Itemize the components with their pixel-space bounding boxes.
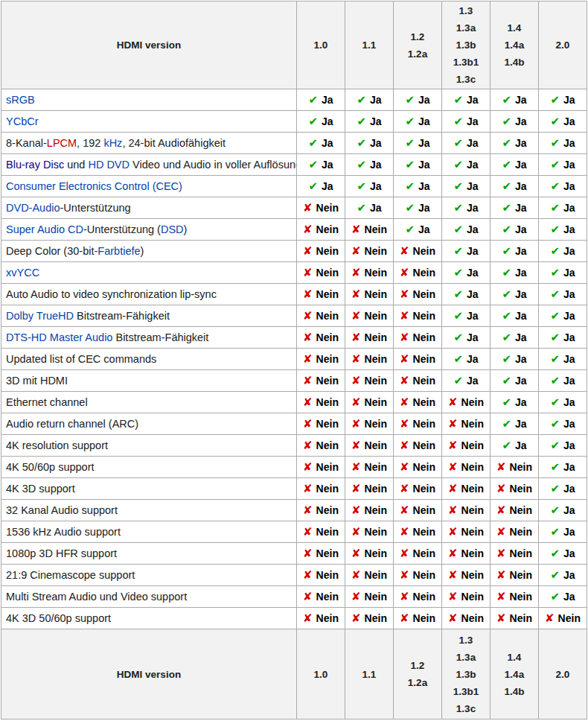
check-icon: ✔: [405, 201, 415, 215]
check-icon: ✔: [502, 158, 511, 171]
version-column-header: 1.0: [297, 629, 345, 720]
feature-text: Bitstream-Fähigkeit: [112, 331, 208, 343]
value-label: Nein: [316, 418, 339, 430]
value-cell: ✔Ja: [394, 219, 442, 241]
value-label: Ja: [563, 310, 575, 322]
feature-text: 1080p 3D HFR support: [6, 547, 117, 559]
version-label: 1.0: [297, 36, 345, 54]
cross-icon: ✘: [496, 504, 506, 517]
cross-icon: ✘: [303, 352, 313, 366]
table-row: 1536 kHz Audio support✘Nein✘Nein✘Nein✘Ne…: [1, 521, 587, 543]
value-label: Nein: [413, 461, 435, 473]
link-xvycc[interactable]: xvYCC: [6, 267, 39, 279]
cross-icon: ✘: [400, 244, 409, 258]
version-label: 2.0: [539, 666, 587, 683]
link-dolby-truehd[interactable]: Dolby TrueHD: [6, 310, 74, 322]
link-dts-hd-master-audio[interactable]: DTS-HD Master Audio: [6, 331, 112, 343]
check-icon: ✔: [550, 93, 560, 107]
value-cell: ✘Nein: [297, 241, 345, 262]
value-label: Ja: [563, 159, 575, 171]
table-row: xvYCC✘Nein✘Nein✘Nein✔Ja✔Ja✔Ja: [1, 262, 587, 284]
check-icon: ✔: [502, 309, 511, 323]
cross-icon: ✘: [400, 396, 409, 409]
value-label: Nein: [413, 375, 435, 387]
value-cell: ✘Nein: [394, 500, 442, 521]
feature-cell: YCbCr: [1, 111, 297, 133]
version-column-header: 1.21.2a: [394, 1, 442, 89]
value-label: Nein: [461, 612, 484, 624]
value-cell: ✔Ja: [490, 349, 539, 370]
value-label: Nein: [365, 591, 387, 603]
check-icon: ✔: [550, 460, 560, 474]
value-cell: ✘Nein: [297, 370, 345, 392]
value-cell: ✘Nein: [394, 284, 442, 305]
value-cell: ✘Nein: [297, 543, 345, 565]
value-label: Nein: [413, 439, 435, 451]
cross-icon: ✘: [400, 504, 409, 517]
link-consumer-electronics-control-cec[interactable]: Consumer Electronics Control (CEC): [6, 180, 182, 192]
check-icon: ✔: [405, 115, 415, 128]
cross-icon: ✘: [400, 460, 409, 474]
link-ycbcr[interactable]: YCbCr: [6, 115, 39, 127]
value-cell: ✔Ja: [297, 176, 345, 197]
value-cell: ✘Nein: [297, 284, 345, 305]
check-icon: ✔: [308, 136, 318, 150]
value-cell: ✔Ja: [539, 586, 587, 608]
link-lpcm[interactable]: LPCM: [47, 137, 77, 149]
value-cell: ✔Ja: [442, 154, 490, 176]
value-cell: ✔Ja: [539, 262, 587, 284]
cross-icon: ✘: [351, 460, 361, 474]
check-icon: ✔: [308, 158, 318, 171]
value-cell: ✘Nein: [345, 608, 394, 629]
link-dsd[interactable]: DSD: [161, 223, 184, 235]
value-label: Ja: [467, 159, 479, 171]
feature-cell: 1536 kHz Audio support: [1, 521, 297, 543]
value-cell: ✘Nein: [297, 327, 345, 349]
link-dvd-audio[interactable]: DVD-Audio: [6, 202, 60, 214]
value-cell: ✘Nein: [297, 413, 345, 435]
value-cell: ✘Nein: [442, 608, 490, 629]
value-label: Nein: [461, 461, 484, 473]
value-label: Nein: [316, 267, 339, 279]
link-blu-ray-disc[interactable]: Blu-ray Disc: [6, 159, 64, 171]
value-label: Ja: [563, 504, 575, 516]
value-label: Ja: [418, 94, 430, 106]
table-row: Ethernet channel✘Nein✘Nein✘Nein✘Nein✔Ja✔…: [1, 392, 587, 413]
value-label: Nein: [461, 591, 484, 603]
feature-text: 4K 50/60p support: [6, 461, 95, 473]
feature-text: Video und Audio in voller Auflösung: [130, 159, 297, 171]
table-row: Multi Stream Audio und Video support✘Nei…: [1, 586, 587, 608]
value-cell: ✘Nein: [345, 370, 394, 392]
value-label: Nein: [558, 612, 581, 624]
check-icon: ✔: [453, 331, 463, 344]
value-cell: ✘Nein: [442, 478, 490, 500]
check-icon: ✔: [550, 352, 560, 366]
check-icon: ✔: [453, 201, 463, 215]
value-label: Nein: [365, 353, 387, 365]
value-label: Nein: [413, 483, 435, 495]
link-super-audio-cd[interactable]: Super Audio CD: [6, 223, 83, 235]
check-icon: ✔: [453, 180, 463, 193]
version-label: 1.2: [394, 657, 441, 674]
link-hd-dvd[interactable]: HD DVD: [88, 159, 130, 171]
feature-cell: 4K resolution support: [1, 435, 297, 457]
link-srgb[interactable]: sRGB: [6, 94, 35, 106]
value-cell: ✔Ja: [442, 349, 490, 370]
value-cell: ✘Nein: [490, 457, 539, 478]
check-icon: ✔: [550, 331, 560, 344]
cross-icon: ✘: [400, 439, 409, 452]
link-farbtiefe[interactable]: Farbtiefe: [98, 245, 140, 257]
check-icon: ✔: [502, 439, 511, 452]
value-label: Ja: [563, 202, 575, 214]
cross-icon: ✘: [351, 568, 361, 582]
value-label: Nein: [365, 547, 387, 559]
link-khz[interactable]: kHz: [103, 137, 122, 149]
value-label: Ja: [515, 94, 527, 106]
value-label: Ja: [418, 202, 430, 214]
value-cell: ✔Ja: [442, 133, 490, 154]
value-label: Ja: [563, 267, 575, 279]
table-row: 8-Kanal-LPCM, 192 kHz, 24-bit Audiofähig…: [1, 133, 587, 154]
value-label: Nein: [461, 526, 484, 538]
value-label: Nein: [461, 418, 484, 430]
check-icon: ✔: [502, 244, 511, 258]
